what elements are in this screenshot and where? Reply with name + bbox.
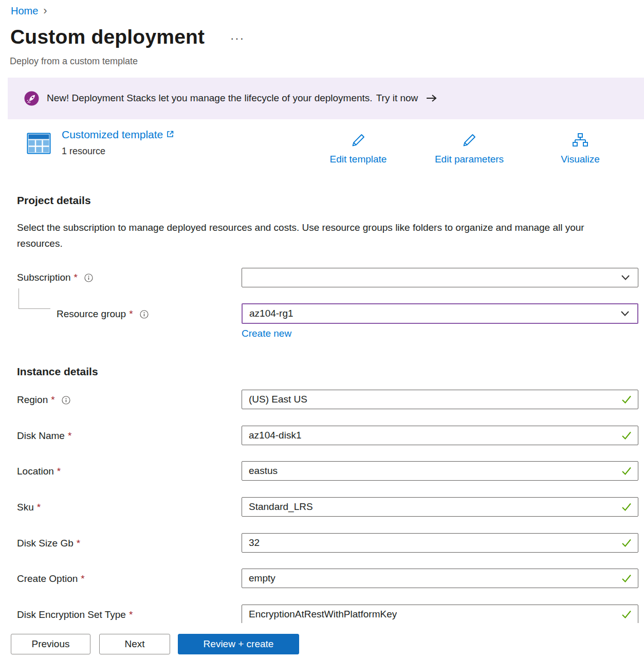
chevron-down-icon (621, 275, 630, 281)
disk-name-value: az104-disk1 (249, 430, 301, 441)
valid-check-icon (621, 465, 632, 477)
disk-size-label-text: Disk Size Gb (17, 538, 73, 549)
deployment-stacks-banner: New! Deployment Stacks let you manage th… (8, 78, 644, 119)
wizard-footer: Previous Next Review + create (0, 623, 644, 658)
resource-group-value: az104-rg1 (249, 308, 293, 319)
create-new-link[interactable]: Create new (242, 328, 291, 339)
custom-deployment-page: Home › Custom deployment ··· Deploy from… (0, 0, 644, 658)
location-value: eastus (249, 465, 278, 477)
location-label: Location* (17, 466, 61, 477)
disk-size-value: 32 (249, 537, 260, 549)
resource-group-label-text: Resource group (57, 308, 126, 320)
valid-check-icon (621, 537, 632, 549)
edit-template-label: Edit template (330, 154, 387, 165)
subscription-dropdown[interactable] (242, 268, 638, 287)
disk-encryption-set-type-label-text: Disk Encryption Set Type (17, 609, 126, 620)
required-marker: * (68, 430, 71, 442)
create-option-label: Create Option* (17, 573, 85, 584)
customized-template-link[interactable]: Customized template (62, 129, 174, 141)
page-subtitle: Deploy from a custom template (10, 56, 138, 67)
create-option-input[interactable]: empty (242, 569, 638, 588)
subscription-label: Subscription* (17, 272, 93, 283)
valid-check-icon (621, 609, 632, 620)
sku-value: Standard_LRS (249, 501, 313, 513)
more-options-button[interactable]: ··· (230, 32, 245, 45)
project-details-description: Select the subscription to manage deploy… (17, 220, 613, 251)
banner-text: New! Deployment Stacks let you manage th… (47, 93, 438, 104)
region-value: (US) East US (249, 394, 307, 405)
edit-parameters-label: Edit parameters (435, 154, 504, 165)
chevron-down-icon (620, 310, 630, 317)
region-input[interactable]: (US) East US (242, 390, 638, 409)
valid-check-icon (621, 394, 632, 405)
instance-details-heading: Instance details (17, 365, 98, 378)
field-tree-connector (19, 288, 50, 309)
next-button[interactable]: Next (99, 634, 170, 654)
disk-encryption-set-type-value: EncryptionAtRestWithPlatformKey (249, 609, 397, 620)
sku-label-text: Sku (17, 502, 34, 513)
required-marker: * (77, 538, 80, 549)
breadcrumb: Home › (11, 4, 47, 17)
visualize-button[interactable]: Visualize (534, 132, 627, 165)
external-link-icon (166, 129, 174, 141)
disk-size-input[interactable]: 32 (242, 533, 638, 553)
create-option-label-text: Create Option (17, 573, 78, 584)
disk-encryption-set-type-label: Disk Encryption Set Type* (17, 609, 133, 620)
region-label: Region* (17, 394, 70, 406)
required-marker: * (57, 466, 61, 477)
customized-template-label[interactable]: Customized template (62, 129, 163, 141)
hierarchy-icon (572, 132, 589, 151)
disk-name-input[interactable]: az104-disk1 (242, 426, 638, 445)
arrow-right-icon[interactable] (426, 94, 438, 102)
visualize-label: Visualize (561, 154, 600, 165)
sku-input[interactable]: Standard_LRS (242, 497, 638, 517)
valid-check-icon (621, 573, 632, 584)
subscription-label-text: Subscription (17, 272, 71, 283)
review-create-button[interactable]: Review + create (178, 634, 299, 654)
valid-check-icon (621, 501, 632, 513)
location-label-text: Location (17, 466, 54, 477)
breadcrumb-home-link[interactable]: Home (11, 5, 38, 17)
disk-encryption-set-type-input[interactable]: EncryptionAtRestWithPlatformKey (242, 605, 638, 624)
pencil-icon (349, 132, 367, 151)
info-icon[interactable] (140, 310, 149, 319)
disk-size-label: Disk Size Gb* (17, 538, 80, 549)
pencil-icon (461, 132, 478, 151)
valid-check-icon (621, 430, 632, 441)
banner-message: New! Deployment Stacks let you manage th… (47, 93, 373, 104)
page-title: Custom deployment (10, 26, 205, 48)
required-marker: * (51, 394, 54, 406)
banner-try-it-now-link[interactable]: Try it now (376, 93, 418, 104)
create-option-value: empty (249, 573, 275, 584)
required-marker: * (74, 272, 78, 283)
required-marker: * (129, 308, 133, 320)
template-resource-count: 1 resource (62, 146, 105, 157)
sku-label: Sku* (17, 502, 41, 513)
location-input[interactable]: eastus (242, 461, 638, 481)
required-marker: * (37, 502, 41, 513)
disk-name-label: Disk Name* (17, 430, 71, 442)
info-icon[interactable] (84, 273, 93, 282)
edit-parameters-button[interactable]: Edit parameters (423, 132, 516, 165)
resource-group-dropdown[interactable]: az104-rg1 (242, 303, 638, 324)
breadcrumb-separator: › (43, 4, 47, 17)
region-label-text: Region (17, 394, 48, 406)
edit-template-button[interactable]: Edit template (312, 132, 404, 165)
project-details-heading: Project details (17, 194, 91, 207)
resource-group-label: Resource group* (57, 308, 149, 320)
required-marker: * (81, 573, 84, 584)
template-icon (27, 132, 51, 157)
required-marker: * (129, 609, 133, 620)
rocket-icon (24, 91, 39, 106)
disk-name-label-text: Disk Name (17, 430, 65, 442)
previous-button[interactable]: Previous (11, 634, 90, 654)
info-icon[interactable] (62, 396, 70, 405)
